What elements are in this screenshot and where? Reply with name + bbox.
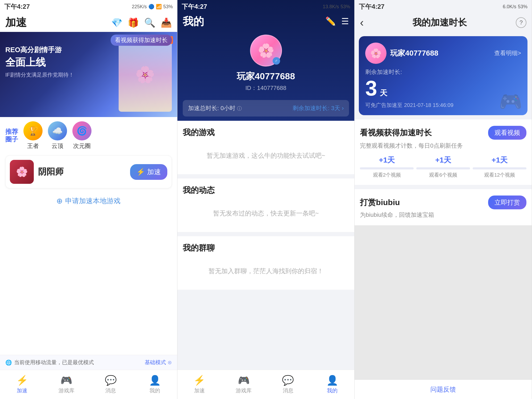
diamond-icon[interactable]: 💎 bbox=[111, 17, 122, 28]
reward-item-2: +1天 观看6个视频 bbox=[416, 155, 470, 178]
ciyuan-name: 次元圈 bbox=[73, 142, 91, 150]
feedback-link[interactable]: 问题反馈 bbox=[355, 380, 532, 399]
watch-video-desc: 完整观看视频才计数，每日0点刷新任务 bbox=[360, 142, 526, 150]
edit-icon[interactable]: ✏️ bbox=[325, 16, 336, 26]
nav2-my[interactable]: 👤 我的 bbox=[310, 375, 354, 394]
tip-content: 🌐 当前使用移动流量，已是最优模式 bbox=[5, 359, 94, 366]
globe-icon: 🌐 bbox=[5, 359, 12, 366]
page-title-1: 加速 bbox=[5, 15, 27, 30]
remain-unit: 天 bbox=[380, 88, 387, 98]
nav-game-library[interactable]: 🎮 游戏库 bbox=[44, 375, 88, 394]
recommend-label: 推荐圈子 bbox=[5, 128, 18, 143]
recommend-ciyuan[interactable]: 🌀 次元圈 bbox=[72, 121, 92, 150]
nav2-my-icon: 👤 bbox=[326, 375, 338, 386]
nav2-msg-label: 消息 bbox=[283, 387, 293, 394]
game-nav-icon: 🎮 bbox=[60, 375, 72, 386]
my-feed-section: 我的动态 暂无发布过的动态，快去更新一条吧~ bbox=[177, 178, 355, 232]
status-bar-2: 下午4:27 13.8K/s 53% bbox=[177, 0, 355, 13]
bottom-nav-2: ⚡ 加速 🎮 游戏库 💬 消息 👤 我的 bbox=[177, 370, 355, 399]
expire-date: 可免广告加速至 2021-07-18 15:46:09 bbox=[365, 102, 521, 109]
recommend-section: 推荐圈子 🏆 王者 ☁️ 云顶 🌀 次元圈 bbox=[0, 117, 177, 153]
card-header: 🌸 玩家40777688 查看明细> bbox=[365, 43, 521, 64]
watch-video-button[interactable]: 观看视频 bbox=[488, 126, 526, 140]
reward-section: 打赏biubiu 立即打赏 为biubiu续命，回馈加速宝箱 bbox=[355, 189, 532, 225]
watch-video-header: 看视频获得加速时长 观看视频 bbox=[360, 126, 526, 140]
plus-circle-icon: ⊕ bbox=[56, 197, 63, 205]
recommend-yundin[interactable]: ☁️ 云顶 bbox=[48, 121, 67, 150]
my-games-title: 我的游戏 bbox=[183, 127, 349, 138]
remain-label: 剩余加速时长: bbox=[365, 68, 521, 76]
yundin-name: 云顶 bbox=[52, 142, 63, 150]
time-1: 下午4:27 bbox=[4, 2, 30, 11]
reward-label-2: 观看6个视频 bbox=[429, 172, 457, 178]
reward-item-1: +1天 观看2个视频 bbox=[360, 155, 414, 178]
accel-card: 🌸 玩家40777688 查看明细> 剩余加速时长: 3 天 可免广告加速至 2… bbox=[359, 36, 527, 115]
my-groups-empty: 暂无加入群聊，茫茫人海找到你的归宿！ bbox=[183, 259, 349, 283]
nav2-game-library[interactable]: 🎮 游戏库 bbox=[222, 375, 266, 394]
msg-nav-label: 消息 bbox=[105, 387, 116, 394]
reward-header: 打赏biubiu 立即打赏 bbox=[360, 196, 526, 209]
battery-3: 53% bbox=[518, 4, 527, 10]
recommend-wangzhe[interactable]: 🏆 王者 bbox=[23, 121, 43, 150]
watch-video-tip[interactable]: 看视频获得加速时长 bbox=[111, 35, 172, 46]
page-title-2: 我的 bbox=[183, 14, 204, 29]
search-icon[interactable]: 🔍 bbox=[144, 17, 155, 28]
nav2-messages[interactable]: 💬 消息 bbox=[266, 375, 310, 394]
nav-accelerate[interactable]: ⚡ 加速 bbox=[0, 375, 44, 394]
nav2-accel-icon: ⚡ bbox=[193, 375, 205, 386]
card-avatar: 🌸 bbox=[365, 43, 386, 64]
profile-name: 玩家40777688 bbox=[237, 70, 295, 82]
wangzhe-avatar: 🏆 bbox=[23, 121, 43, 140]
back-button[interactable]: ‹ bbox=[360, 16, 364, 29]
reward-title: 打赏biubiu bbox=[360, 197, 400, 208]
reward-item-3: +1天 观看12个视频 bbox=[473, 155, 526, 178]
accel-time-bar: 加速总时长: 0小时 ⓘ 剩余加速时长: 3天 › bbox=[183, 100, 349, 117]
view-detail-link[interactable]: 查看明细> bbox=[494, 49, 521, 57]
time-2: 下午4:27 bbox=[182, 2, 207, 11]
reward-now-button[interactable]: 立即打赏 bbox=[488, 196, 526, 209]
my-feed-empty: 暂无发布过的动态，快去更新一条吧~ bbox=[183, 201, 349, 226]
nav-messages[interactable]: 💬 消息 bbox=[89, 375, 133, 394]
panel2-content: 我的游戏 暂无加速游戏，这么牛的功能快去试试吧~ 我的动态 暂无发布过的动态，快… bbox=[177, 121, 355, 370]
panel-my: 下午4:27 13.8K/s 53% 我的 ✏️ ☰ 🌸 ♂ 玩家4077768… bbox=[177, 0, 355, 399]
page-title-3: 我的加速时长 bbox=[368, 16, 512, 29]
status-icons-2: 13.8K/s 53% bbox=[323, 4, 350, 10]
nav-my[interactable]: 👤 我的 bbox=[133, 375, 177, 394]
nav2-accelerate[interactable]: ⚡ 加速 bbox=[177, 375, 222, 394]
my-feed-title: 我的动态 bbox=[183, 185, 349, 196]
total-time: 加速总时长: 0小时 ⓘ bbox=[188, 104, 242, 112]
download-icon[interactable]: 📥 bbox=[161, 17, 172, 28]
mode-link[interactable]: 基础模式 ⊙ bbox=[145, 359, 172, 366]
reward-desc: 为biubiu续命，回馈加速宝箱 bbox=[360, 211, 526, 219]
speed-2: 13.8K/s bbox=[323, 4, 339, 10]
help-button[interactable]: ? bbox=[516, 17, 526, 28]
menu-icon[interactable]: ☰ bbox=[341, 16, 349, 26]
panel3-scroll: 🌸 玩家40777688 查看明细> 剩余加速时长: 3 天 可免广告加速至 2… bbox=[355, 32, 532, 399]
profile-id: ID：140777688 bbox=[245, 84, 286, 92]
reward-plus-2: +1天 bbox=[435, 155, 451, 165]
status-bar-1: 下午4:27 225K/s 🔵 📶 53% bbox=[0, 0, 177, 13]
game-icon: 🌸 bbox=[10, 160, 34, 184]
reward-plus-1: +1天 bbox=[379, 155, 395, 165]
battery-1: 53% bbox=[163, 4, 173, 10]
banner-line3: IF剧情分支满足原作党期待！ bbox=[5, 71, 74, 78]
wifi-icon: 📶 bbox=[156, 4, 162, 10]
my-groups-title: 我的群聊 bbox=[183, 243, 349, 253]
gift-icon[interactable]: 🎁 bbox=[128, 17, 139, 28]
panel-accelerate: 下午4:27 225K/s 🔵 📶 53% 加速 💎 🎁 🔍 📥 看视频获得加速… bbox=[0, 0, 177, 399]
card-user: 🌸 玩家40777688 bbox=[365, 43, 438, 64]
apply-local-game[interactable]: ⊕ 申请加速本地游戏 bbox=[0, 191, 177, 211]
bluetooth-icon: 🔵 bbox=[148, 4, 154, 10]
gray-area bbox=[355, 225, 532, 380]
my-nav-label: 我的 bbox=[149, 387, 160, 394]
watch-video-title: 看视频获得加速时长 bbox=[360, 127, 432, 138]
remain-time[interactable]: 剩余加速时长: 3天 › bbox=[293, 104, 344, 112]
top-icons-2: ✏️ ☰ bbox=[325, 16, 349, 26]
accelerate-button[interactable]: ⚡ 加速 bbox=[130, 164, 167, 180]
nav2-accel-label: 加速 bbox=[194, 387, 205, 394]
my-games-section: 我的游戏 暂无加速游戏，这么牛的功能快去试试吧~ bbox=[177, 121, 355, 174]
my-games-empty: 暂无加速游戏，这么牛的功能快去试试吧~ bbox=[183, 143, 349, 168]
speed-3: 6.0K/s bbox=[503, 4, 516, 10]
banner-text: REO高分剧情手游 全面上线 IF剧情分支满足原作党期待！ bbox=[5, 45, 74, 78]
bottom-nav-1: ⚡ 加速 🎮 游戏库 💬 消息 👤 我的 bbox=[0, 370, 177, 399]
